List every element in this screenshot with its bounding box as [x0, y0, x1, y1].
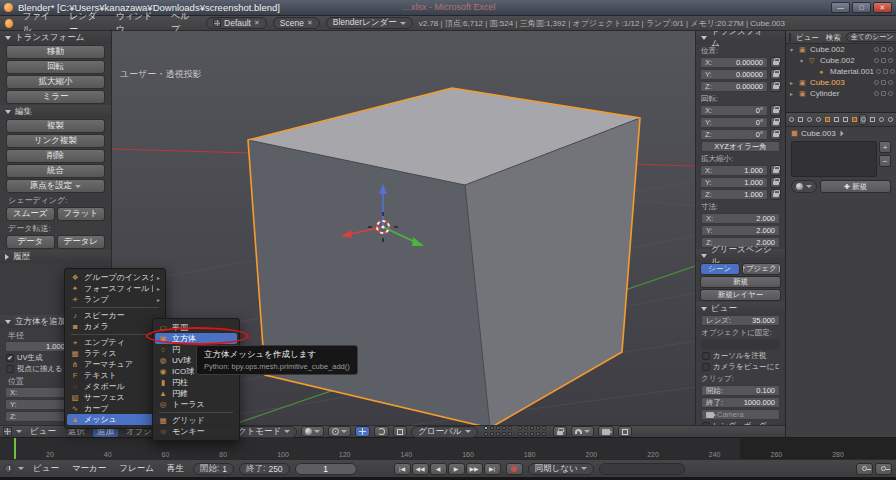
current-frame-marker[interactable] [14, 438, 16, 459]
visibility-icon[interactable] [876, 69, 881, 74]
tool-button[interactable]: 回転 [6, 60, 105, 74]
rotation-field[interactable]: Y:0° [700, 117, 768, 128]
outliner-scope-dropdown[interactable]: 全てのシーン [846, 32, 896, 42]
layer-toggles[interactable] [484, 426, 547, 437]
dimension-field[interactable]: Y:2.000 [701, 225, 780, 236]
outliner-row[interactable]: ▸ ▣ Cube.003 [786, 77, 896, 88]
timeline-editor-icon[interactable] [4, 464, 13, 473]
scene-selector[interactable]: Scene ✕ [273, 17, 320, 29]
timeline-menu[interactable]: 再生 [163, 463, 188, 474]
tab-texture[interactable] [868, 114, 876, 125]
add-material-slot-button[interactable]: + [879, 141, 891, 153]
tab-physics[interactable] [886, 114, 894, 125]
visibility-icon[interactable] [874, 80, 879, 85]
tab-object[interactable] [824, 114, 832, 125]
panel-header-history[interactable]: 履歴 [0, 250, 111, 263]
shade-smooth-button[interactable]: スムーズ [6, 207, 55, 221]
tab-particles[interactable] [877, 114, 885, 125]
tab-render[interactable] [788, 114, 796, 125]
data-transfer-button[interactable]: データ [6, 235, 55, 249]
playback-button[interactable]: ▶▶ [466, 463, 483, 475]
selectability-icon[interactable] [881, 91, 886, 96]
remove-material-slot-button[interactable]: − [879, 155, 891, 167]
timeline-menu[interactable]: ビュー [29, 463, 63, 474]
menu-item[interactable]: ❖ グループのインスタンス ▸ [65, 272, 165, 283]
manipulator-rotate-toggle[interactable] [374, 426, 389, 437]
menu-item[interactable]: ◌ メタボール ▸ [65, 381, 165, 392]
renderability-icon[interactable] [890, 69, 895, 74]
location-field[interactable]: Y:0.00000 [700, 69, 768, 80]
lock-toggle[interactable] [770, 117, 781, 128]
location-field[interactable]: X:0.00000 [700, 57, 768, 68]
outliner-editor-icon[interactable] [789, 33, 791, 42]
snap-magnet-toggle[interactable] [571, 426, 594, 437]
lock-toggle[interactable] [770, 105, 781, 116]
scale-field[interactable]: Z:1.000 [700, 189, 768, 200]
renderability-icon[interactable] [888, 80, 893, 85]
lock-toggle[interactable] [770, 165, 781, 176]
unlink-layout-icon[interactable]: ✕ [254, 19, 260, 27]
menu-item[interactable]: ◙ カメラ [65, 321, 165, 332]
tab-object-data[interactable] [850, 114, 858, 125]
menu-item[interactable]: ▦ ラティス [65, 348, 165, 359]
timeline-menu[interactable]: マーカー [68, 463, 110, 474]
panel-header-edit[interactable]: 編集 [0, 105, 111, 118]
lock-camera-to-view-checkbox[interactable]: カメラをビューにロ.. [702, 362, 779, 372]
opengl-render-button[interactable] [598, 426, 614, 437]
renderability-icon[interactable] [888, 47, 893, 52]
tab-scene[interactable] [806, 114, 814, 125]
menu-item[interactable]: ⋔ アーマチュア ▸ [65, 359, 165, 370]
gp-object-toggle[interactable]: オブジェクト [742, 263, 782, 275]
tab-modifiers[interactable] [842, 114, 850, 125]
menu-item[interactable]: ∿ カーブ ▸ [65, 403, 165, 414]
tool-button[interactable]: 削除 [6, 149, 105, 163]
viewport-shading-selector[interactable] [301, 426, 324, 437]
playback-button[interactable]: |◀ [394, 463, 411, 475]
expand-triangle-icon[interactable]: ▾ [790, 46, 797, 53]
insert-keyframe-button[interactable] [856, 463, 873, 475]
tab-render-layers[interactable] [797, 114, 805, 125]
panel-header-view[interactable]: ビュー [696, 302, 785, 315]
selectability-icon[interactable] [881, 58, 886, 63]
menu-item[interactable] [71, 307, 159, 308]
tool-button[interactable]: リンク複製 [6, 134, 105, 148]
clip-start-field[interactable]: 開始:0.100 [701, 385, 780, 396]
maximize-button[interactable]: □ [852, 2, 871, 13]
tool-button[interactable]: 移動 [6, 45, 105, 59]
menu-item[interactable]: F テキスト [65, 370, 165, 381]
outliner-search-menu[interactable]: 検索 [824, 32, 843, 43]
playback-button[interactable]: ▶| [484, 463, 501, 475]
set-origin-button[interactable]: 原点を設定 [6, 179, 105, 193]
lock-toggle[interactable] [770, 129, 781, 140]
lock-to-cursor-checkbox[interactable]: カーソルを注視 [702, 351, 779, 361]
rotation-field[interactable]: Z:0° [700, 129, 768, 140]
panel-header-grease-pencil[interactable]: グリースペンシル [696, 249, 785, 262]
visibility-icon[interactable] [874, 91, 879, 96]
menu-item[interactable]: ▲ メッシュ ▸ [67, 414, 163, 425]
menu-item[interactable]: ☺ モンキー [153, 426, 239, 437]
panel-header-transform[interactable]: トランスフォーム [696, 31, 785, 44]
render-engine-selector[interactable]: Blenderレンダー [326, 17, 413, 29]
lock-toggle[interactable] [770, 189, 781, 200]
playback-button[interactable]: ◀◀ [412, 463, 429, 475]
tab-world[interactable] [815, 114, 823, 125]
transform-orientation-selector[interactable]: グローバル [411, 426, 477, 438]
local-camera-field[interactable]: Camera [701, 409, 780, 420]
panel-header-transform[interactable]: トランスフォーム [0, 31, 111, 44]
menu-item[interactable]: ▮ 円柱 [153, 377, 239, 388]
outliner-row[interactable]: ▾ ▣ Cube.002 [786, 44, 896, 55]
renderability-icon[interactable] [888, 58, 893, 63]
renderability-icon[interactable] [888, 91, 893, 96]
manipulator-translate-toggle[interactable] [355, 426, 370, 437]
lens-field[interactable]: レンズ:35.000 [701, 315, 780, 326]
blender-menu-icon[interactable] [5, 19, 13, 28]
menu-item[interactable]: ▲ 円錐 [153, 388, 239, 399]
gp-new-button[interactable]: 新規 [700, 276, 781, 288]
visibility-icon[interactable] [874, 58, 879, 63]
shade-flat-button[interactable]: フラット [57, 207, 106, 221]
timeline-canvas[interactable]: 20 40 60 80 100 120 140 160 180 200 220 … [0, 437, 896, 459]
lock-toggle[interactable] [770, 177, 781, 188]
material-slot-list[interactable] [791, 141, 877, 177]
editor-type-icon[interactable] [3, 427, 12, 436]
sync-mode-dropdown[interactable]: 同期しない [528, 463, 594, 475]
